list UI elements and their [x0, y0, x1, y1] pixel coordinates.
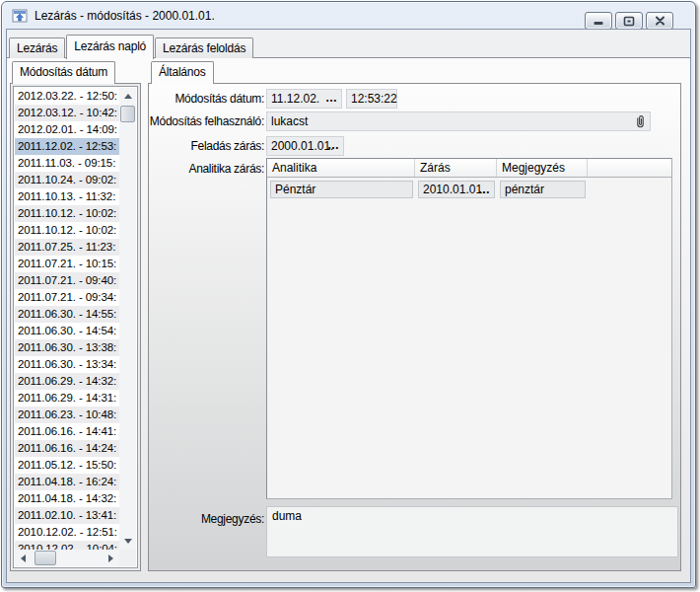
- date-listbox: 2012.03.22. - 12:50: 2012.03.12. - 10:42…: [13, 86, 138, 568]
- scroll-up-button[interactable]: [119, 88, 136, 105]
- modositas-datum-label: Módosítás dátum:: [149, 89, 264, 109]
- tab-modositas-datum[interactable]: Módosítás dátum: [12, 61, 115, 84]
- tab-lezaras-naplo[interactable]: Lezárás napló: [66, 35, 154, 59]
- modositas-datum-input[interactable]: 11.12.02. …: [266, 89, 342, 109]
- date-list-item[interactable]: 2011.07.21. - 10:15:: [15, 256, 119, 272]
- horizontal-scrollbar[interactable]: [15, 550, 119, 566]
- scroll-left-button[interactable]: [15, 550, 32, 566]
- modositas-ido-input[interactable]: 12:53:22: [346, 89, 397, 109]
- altalanos-panel: Módosítás dátum: 11.12.02. … 12:53:22 Mó…: [148, 83, 681, 571]
- analitika-table: Analitika Zárás Megjegyzés Pénztár 2010.…: [266, 158, 672, 499]
- scrollbar-corner: [119, 550, 136, 566]
- date-list-item[interactable]: 2011.04.18. - 16:24:: [15, 474, 119, 490]
- modositas-felhasznalo-value: lukacst: [271, 114, 308, 128]
- date-list-item[interactable]: 2011.11.03. - 09:15:: [15, 155, 119, 172]
- date-list-item[interactable]: 2011.06.30. - 14:55:: [15, 306, 119, 323]
- feladas-zaras-label: Feladás zárás:: [149, 136, 264, 156]
- date-list-item[interactable]: 2011.06.30. - 14:54:: [15, 323, 119, 339]
- paperclip-icon[interactable]: [635, 114, 646, 129]
- arrow-left-icon: [21, 555, 26, 562]
- feladas-zaras-ellipsis-button[interactable]: …: [327, 137, 340, 154]
- client-area: Lezárás Lezárás napló Lezárás feloldás M…: [6, 29, 691, 583]
- date-list-item[interactable]: 2011.07.21. - 09:40:: [15, 272, 119, 289]
- arrow-right-icon: [108, 555, 113, 562]
- modositas-datum-value: 11.12.02.: [271, 92, 319, 106]
- date-list-item[interactable]: 2012.03.12. - 10:42:: [15, 105, 119, 121]
- date-list-item[interactable]: 2011.07.25. - 11:23:: [15, 239, 119, 256]
- date-list-item[interactable]: 2010.12.02. - 12:51:: [15, 524, 119, 541]
- date-list-item[interactable]: 2011.10.13. - 11:32:: [15, 188, 119, 205]
- scroll-down-button[interactable]: [119, 533, 136, 550]
- app-window: Lezárás - módosítás - 2000.01.01. Lezárá…: [1, 1, 696, 588]
- cell-zaras[interactable]: 2010.01.01. …: [418, 181, 495, 198]
- cell-zaras-ellipsis-button[interactable]: …: [478, 182, 491, 198]
- window-title: Lezárás - módosítás - 2000.01.01.: [35, 9, 215, 23]
- horizontal-scroll-thumb[interactable]: [35, 551, 56, 565]
- date-list-item[interactable]: 2011.12.02. - 12:53:: [15, 138, 119, 155]
- titlebar[interactable]: Lezárás - módosítás - 2000.01.01.: [2, 2, 695, 30]
- analitika-zaras-label: Analitika zárás:: [149, 159, 264, 179]
- lezaras-naplo-page: Módosítás dátum 2012.03.22. - 12:50: 201…: [7, 57, 690, 582]
- date-list-item[interactable]: 2011.06.30. - 13:38:: [15, 339, 119, 356]
- vertical-scroll-thumb[interactable]: [120, 106, 135, 122]
- arrow-down-icon: [124, 539, 132, 544]
- analitika-table-header: Analitika Zárás Megjegyzés: [267, 159, 671, 178]
- date-list-item[interactable]: 2011.10.24. - 09:02:: [15, 172, 119, 188]
- modositas-datum-ellipsis-button[interactable]: …: [325, 90, 338, 107]
- window-up-arrow-icon: [12, 8, 28, 24]
- date-list-item[interactable]: 2011.06.29. - 14:31:: [15, 390, 119, 407]
- date-list-item[interactable]: 2011.06.23. - 10:48:: [15, 407, 119, 423]
- column-header-analitika[interactable]: Analitika: [267, 159, 415, 177]
- arrow-up-icon: [124, 94, 132, 99]
- feladas-zaras-input[interactable]: 2000.01.01. …: [266, 136, 344, 156]
- cell-megjegyzes[interactable]: pénztár: [500, 181, 586, 198]
- megjegyzes-textarea[interactable]: duma: [266, 506, 678, 557]
- close-button[interactable]: [646, 12, 673, 30]
- date-list-item[interactable]: 2011.06.16. - 14:24:: [15, 440, 119, 457]
- date-list-item[interactable]: 2010.12.02. - 10:04:: [15, 541, 119, 550]
- date-list[interactable]: 2012.03.22. - 12:50: 2012.03.12. - 10:42…: [15, 88, 119, 550]
- megjegyzes-label: Megjegyzés:: [149, 509, 264, 529]
- date-list-item[interactable]: 2011.05.12. - 15:50:: [15, 457, 119, 474]
- date-list-item[interactable]: 2011.06.30. - 13:34:: [15, 356, 119, 373]
- modositas-felhasznalo-input[interactable]: lukacst: [266, 111, 651, 131]
- date-list-item[interactable]: 2012.02.01. - 14:09:: [15, 121, 119, 138]
- date-list-item[interactable]: 2011.02.10. - 13:41:: [15, 507, 119, 524]
- date-list-item[interactable]: 2011.10.12. - 10:02:: [15, 222, 119, 239]
- date-list-item[interactable]: 2012.03.22. - 12:50:: [15, 88, 119, 105]
- maximize-button[interactable]: [615, 12, 643, 30]
- scroll-right-button[interactable]: [103, 550, 119, 566]
- column-header-zaras[interactable]: Zárás: [415, 159, 497, 177]
- modositas-felhasznalo-label: Módosítás felhasználó:: [149, 111, 264, 131]
- date-list-item[interactable]: 2011.07.21. - 09:34:: [15, 289, 119, 306]
- column-header-filler: [588, 159, 671, 177]
- tab-lezaras[interactable]: Lezárás: [9, 37, 65, 58]
- tab-lezaras-feloldas[interactable]: Lezárás feloldás: [155, 37, 253, 58]
- modositas-datum-panel: 2012.03.22. - 12:50: 2012.03.12. - 10:42…: [10, 83, 141, 571]
- minimize-button[interactable]: [585, 12, 612, 30]
- main-tabstrip: Lezárás Lezárás napló Lezárás feloldás: [9, 34, 254, 58]
- column-header-megjegyzes[interactable]: Megjegyzés: [497, 159, 588, 177]
- tab-altalanos[interactable]: Általános: [151, 61, 214, 84]
- date-list-item[interactable]: 2011.10.12. - 10:02:: [15, 205, 119, 222]
- date-list-item[interactable]: 2011.04.18. - 14:32:: [15, 490, 119, 507]
- feladas-zaras-value: 2000.01.01.: [271, 139, 333, 153]
- date-list-item[interactable]: 2011.06.29. - 14:32:: [15, 373, 119, 390]
- cell-analitika[interactable]: Pénztár: [270, 181, 413, 198]
- date-list-item[interactable]: 2011.06.16. - 14:41:: [15, 423, 119, 440]
- vertical-scrollbar[interactable]: [119, 88, 136, 550]
- cell-zaras-value: 2010.01.01.: [423, 183, 485, 196]
